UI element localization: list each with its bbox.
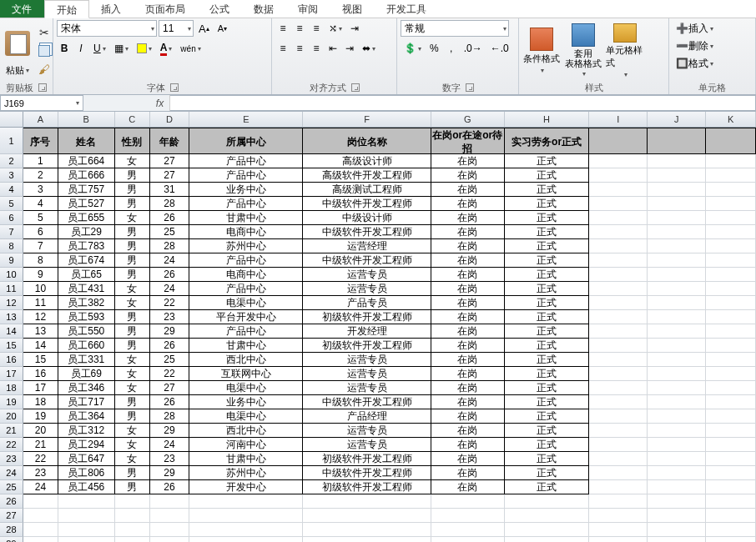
tab-layout[interactable]: 页面布局	[134, 0, 198, 18]
cell[interactable]: 男	[115, 395, 150, 409]
cell[interactable]	[648, 438, 706, 452]
cell[interactable]	[648, 480, 706, 494]
cell[interactable]: 正式	[505, 154, 590, 168]
cell[interactable]: 初级软件开发工程师	[303, 452, 431, 466]
cell[interactable]	[706, 494, 756, 509]
cell[interactable]	[706, 268, 756, 282]
cell[interactable]	[589, 324, 648, 339]
cell[interactable]	[150, 509, 190, 523]
cell[interactable]: 24	[23, 480, 58, 494]
cell[interactable]: 26	[150, 268, 190, 282]
cell[interactable]: 男	[115, 168, 150, 183]
cell[interactable]: 运营经理	[303, 239, 431, 253]
font-launcher[interactable]	[170, 83, 179, 92]
row-header[interactable]: 13	[0, 310, 23, 324]
cell[interactable]: 26	[150, 211, 190, 225]
cell[interactable]	[648, 339, 706, 353]
cell[interactable]: 员工593	[58, 310, 115, 324]
cell[interactable]: 10	[23, 282, 58, 296]
cell[interactable]: 产品专员	[303, 296, 431, 310]
cell[interactable]: 西北中心	[189, 424, 303, 438]
cell[interactable]	[706, 537, 756, 542]
cell[interactable]: 20	[23, 424, 58, 438]
cell[interactable]: 正式	[505, 409, 590, 424]
cell[interactable]: 23	[150, 310, 190, 324]
cell[interactable]: 员工331	[58, 353, 115, 367]
cell[interactable]: 中级软件开发工程师	[303, 197, 431, 211]
cell[interactable]: 在岗	[431, 452, 505, 466]
cell[interactable]: 15	[23, 353, 58, 367]
cell[interactable]: 电渠中心	[189, 409, 303, 424]
cell[interactable]: 女	[115, 296, 150, 310]
cell[interactable]	[706, 523, 756, 537]
cell[interactable]: 男	[115, 268, 150, 282]
cell[interactable]: 河南中心	[189, 438, 303, 452]
row-header[interactable]: 15	[0, 339, 23, 353]
cell[interactable]: 运营专员	[303, 353, 431, 367]
cell[interactable]	[706, 128, 756, 154]
cell[interactable]	[589, 197, 648, 211]
row-header[interactable]: 5	[0, 197, 23, 211]
align-bottom-button[interactable]: ≡	[309, 20, 324, 37]
cell[interactable]	[589, 282, 648, 296]
cell[interactable]	[648, 296, 706, 310]
cell[interactable]: 8	[23, 253, 58, 268]
cell[interactable]: 正式	[505, 466, 590, 480]
col-header-H[interactable]: H	[505, 112, 590, 127]
cell[interactable]: 平台开发中心	[189, 310, 303, 324]
cell[interactable]	[589, 395, 648, 409]
cell[interactable]	[589, 268, 648, 282]
formula-input[interactable]	[170, 95, 756, 111]
cell[interactable]: 19	[23, 409, 58, 424]
cell[interactable]	[706, 197, 756, 211]
cell[interactable]: 男	[115, 183, 150, 197]
cell[interactable]: 开发经理	[303, 324, 431, 339]
cell[interactable]: 性别	[115, 128, 150, 154]
fill-color-button[interactable]: ▾	[134, 40, 155, 57]
cell[interactable]: 运营专员	[303, 282, 431, 296]
cell[interactable]: 在岗	[431, 438, 505, 452]
row-header[interactable]: 21	[0, 424, 23, 438]
cell[interactable]: 正式	[505, 395, 590, 409]
tab-view[interactable]: 视图	[330, 0, 375, 18]
cell[interactable]	[589, 353, 648, 367]
table-format-button[interactable]: 套用 表格格式▾	[564, 23, 602, 78]
cell[interactable]	[706, 367, 756, 381]
cell[interactable]: 21	[23, 438, 58, 452]
cell[interactable]	[303, 537, 431, 542]
cell[interactable]: 员工346	[58, 381, 115, 395]
cell[interactable]	[431, 509, 505, 523]
cell[interactable]: 17	[23, 381, 58, 395]
cell[interactable]: 员工364	[58, 409, 115, 424]
tab-file[interactable]: 文件	[0, 0, 44, 18]
cell[interactable]	[706, 466, 756, 480]
cell[interactable]: 员工431	[58, 282, 115, 296]
merge-button[interactable]: ⬌▾	[359, 40, 379, 57]
cell[interactable]: 运营专员	[303, 268, 431, 282]
cell[interactable]: 运营专员	[303, 381, 431, 395]
cell[interactable]: 13	[23, 324, 58, 339]
phonetic-button[interactable]: wén▾	[177, 40, 204, 57]
cell[interactable]: 员工660	[58, 339, 115, 353]
cell[interactable]	[648, 523, 706, 537]
cell[interactable]: 男	[115, 324, 150, 339]
cell[interactable]: 运营专员	[303, 438, 431, 452]
tab-formula[interactable]: 公式	[198, 0, 242, 18]
cell[interactable]	[706, 353, 756, 367]
cell[interactable]: 在岗	[431, 197, 505, 211]
cell[interactable]: 正式	[505, 353, 590, 367]
cell[interactable]	[303, 509, 431, 523]
cell[interactable]	[648, 197, 706, 211]
cell[interactable]: 正式	[505, 268, 590, 282]
cell[interactable]: 女	[115, 381, 150, 395]
cell[interactable]: 2	[23, 168, 58, 183]
select-all-corner[interactable]	[0, 112, 23, 127]
cell[interactable]	[706, 168, 756, 183]
cell[interactable]: 初级软件开发工程师	[303, 339, 431, 353]
cell[interactable]	[589, 128, 648, 154]
cell[interactable]	[706, 225, 756, 239]
cell[interactable]	[589, 225, 648, 239]
cell[interactable]: 28	[150, 239, 190, 253]
cell[interactable]: 28	[150, 409, 190, 424]
row-header[interactable]: 2	[0, 154, 23, 168]
